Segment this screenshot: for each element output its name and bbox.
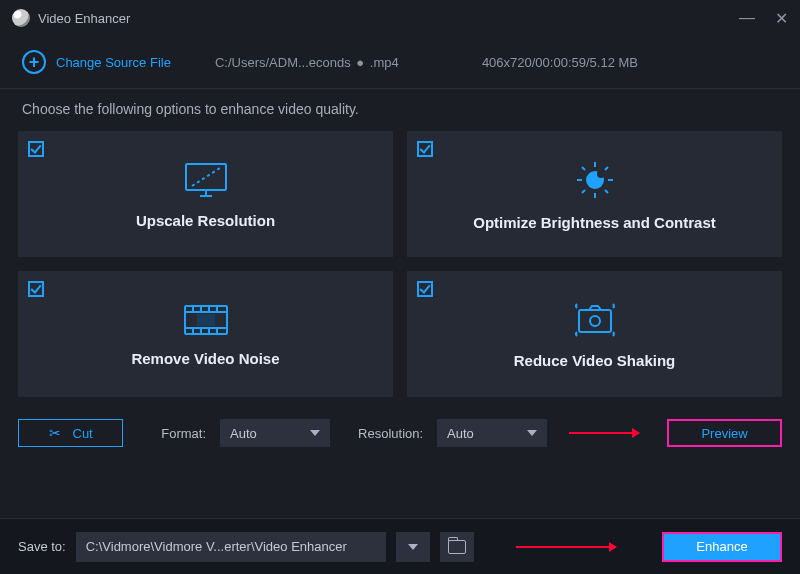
resolution-label: Resolution: [358, 426, 423, 441]
enhance-label: Enhance [696, 539, 747, 554]
camera-shake-icon [569, 300, 621, 340]
resolution-value: Auto [447, 426, 474, 441]
svg-rect-25 [197, 314, 215, 326]
preview-label: Preview [701, 426, 747, 441]
cut-button[interactable]: ✂ Cut [18, 419, 123, 447]
chevron-down-icon [408, 544, 418, 550]
browse-folder-button[interactable] [440, 532, 474, 562]
save-path-dropdown-button[interactable] [396, 532, 430, 562]
svg-rect-0 [186, 164, 226, 190]
checkbox-noise[interactable] [28, 281, 44, 297]
chevron-down-icon [310, 430, 320, 436]
save-to-label: Save to: [18, 539, 66, 554]
monitor-icon [182, 160, 230, 200]
folder-icon [448, 540, 466, 554]
card-remove-noise[interactable]: Remove Video Noise [18, 271, 393, 397]
change-source-label: Change Source File [56, 55, 171, 70]
save-path-value: C:\Vidmore\Vidmore V...erter\Video Enhan… [86, 539, 347, 554]
badge-dot-icon: ● [356, 55, 364, 70]
source-path: C:/Users/ADM...econds ● .mp4 [215, 55, 399, 70]
card-reduce-shaking[interactable]: Reduce Video Shaking [407, 271, 782, 397]
cut-label: Cut [73, 426, 93, 441]
svg-point-27 [590, 316, 600, 326]
change-source-button[interactable]: + Change Source File [22, 50, 171, 74]
svg-line-11 [605, 190, 608, 193]
svg-line-13 [605, 167, 608, 170]
minimize-button[interactable]: — [739, 9, 755, 28]
footer: Save to: C:\Vidmore\Vidmore V...erter\Vi… [0, 518, 800, 574]
window-title: Video Enhancer [38, 11, 130, 26]
titlebar: Video Enhancer — ✕ [0, 0, 800, 36]
svg-point-5 [597, 170, 605, 178]
divider [0, 88, 800, 89]
source-meta: 406x720/00:00:59/5.12 MB [482, 55, 638, 70]
app-logo-icon [12, 9, 30, 27]
card-label: Reduce Video Shaking [514, 352, 675, 369]
card-label: Remove Video Noise [131, 350, 279, 367]
controls-row: ✂ Cut Format: Auto Resolution: Auto Prev… [0, 397, 800, 455]
resolution-dropdown[interactable]: Auto [437, 419, 547, 447]
checkbox-shaking[interactable] [417, 281, 433, 297]
preview-button[interactable]: Preview [667, 419, 782, 447]
brightness-icon [571, 158, 619, 202]
close-button[interactable]: ✕ [775, 9, 788, 28]
format-dropdown[interactable]: Auto [220, 419, 330, 447]
enhance-button[interactable]: Enhance [662, 532, 782, 562]
svg-line-1 [192, 168, 220, 186]
annotation-arrow-icon [569, 432, 639, 434]
options-grid: Upscale Resolution Optimize Brightness a… [0, 131, 800, 397]
card-label: Upscale Resolution [136, 212, 275, 229]
card-label: Optimize Brightness and Contrast [473, 214, 716, 231]
header: + Change Source File C:/Users/ADM...econ… [0, 36, 800, 88]
plus-icon: + [22, 50, 46, 74]
svg-line-10 [582, 167, 585, 170]
checkbox-brightness[interactable] [417, 141, 433, 157]
checkbox-upscale[interactable] [28, 141, 44, 157]
film-noise-icon [181, 302, 231, 338]
svg-rect-26 [579, 310, 611, 332]
instructions-text: Choose the following options to enhance … [0, 99, 800, 131]
chevron-down-icon [527, 430, 537, 436]
format-label: Format: [161, 426, 206, 441]
card-upscale-resolution[interactable]: Upscale Resolution [18, 131, 393, 257]
format-value: Auto [230, 426, 257, 441]
annotation-arrow-icon [516, 546, 616, 548]
svg-line-12 [582, 190, 585, 193]
card-brightness-contrast[interactable]: Optimize Brightness and Contrast [407, 131, 782, 257]
scissors-icon: ✂ [49, 425, 61, 441]
save-path-field[interactable]: C:\Vidmore\Vidmore V...erter\Video Enhan… [76, 532, 386, 562]
